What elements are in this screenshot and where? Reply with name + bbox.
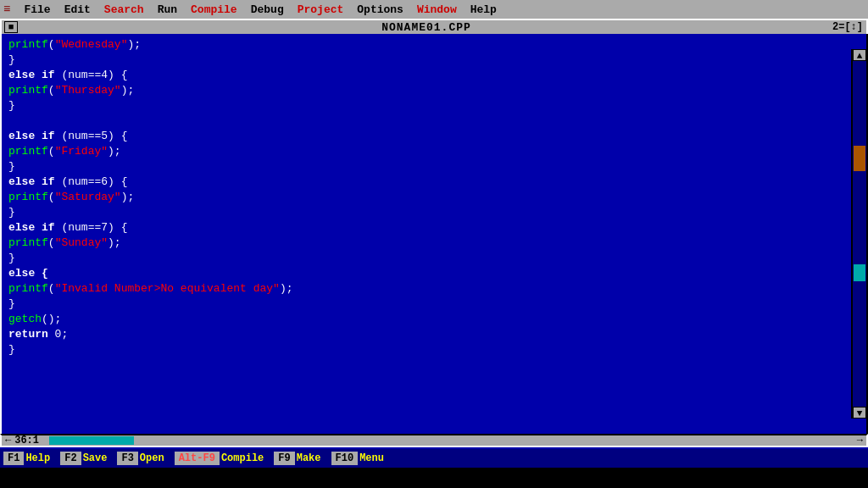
fkey-f10[interactable]: F10 xyxy=(331,452,359,465)
code-line: else if (num==5) { xyxy=(8,129,860,144)
code-line: } xyxy=(8,251,860,266)
horiz-scroll-right: → xyxy=(857,435,863,446)
fkey-altf9[interactable]: Alt-F9 xyxy=(175,452,220,465)
code-line xyxy=(8,114,860,129)
code-line: } xyxy=(8,53,860,68)
code-area[interactable]: printf("Wednesday"); } else if (num==4) … xyxy=(0,34,868,434)
scroll-thumb[interactable] xyxy=(854,146,865,171)
window-title: NONAME01.CPP xyxy=(20,21,832,34)
menu-window[interactable]: Window xyxy=(410,3,464,17)
code-line: } xyxy=(8,98,860,114)
menu-debug[interactable]: Debug xyxy=(244,3,291,17)
window-number: 2=[↕] xyxy=(832,21,863,33)
fkey-f2-label: Save xyxy=(83,452,108,464)
code-line: printf("Wednesday"); xyxy=(8,37,860,53)
title-bar: ■ NONAME01.CPP 2=[↕] xyxy=(0,19,868,34)
code-line: else if (num==6) { xyxy=(8,175,860,190)
close-button[interactable]: ■ xyxy=(4,21,18,33)
code-line: printf("Saturday"); xyxy=(8,190,860,205)
fkey-f1-label: Help xyxy=(25,452,50,464)
fkey-f3-label: Open xyxy=(140,452,164,464)
fkey-altf9-label: Compile xyxy=(221,452,264,464)
horiz-scroll-left: ← xyxy=(5,435,11,446)
menu-run[interactable]: Run xyxy=(151,3,184,17)
menubar: ≡ File Edit Search Run Compile Debug Pro… xyxy=(0,0,868,19)
editor-window: ■ NONAME01.CPP 2=[↕] printf("Wednesday")… xyxy=(0,19,868,449)
editor-bottom-bar: ← 36:1 → xyxy=(0,434,868,447)
menu-search[interactable]: Search xyxy=(97,3,151,17)
code-line: printf("Invalid Number>No equivalent day… xyxy=(8,281,860,297)
fkey-f9-label: Make xyxy=(297,452,321,464)
horizontal-scrollbar-thumb[interactable] xyxy=(49,436,134,445)
code-line: } xyxy=(8,159,860,175)
code-line: printf("Sunday"); xyxy=(8,236,860,251)
menu-help[interactable]: Help xyxy=(464,3,504,17)
code-line: printf("Thursday"); xyxy=(8,83,860,98)
cursor-line: 36:1 xyxy=(14,435,39,446)
menu-options[interactable]: Options xyxy=(350,3,410,17)
code-line: getch(); xyxy=(8,312,860,327)
fkey-f1[interactable]: F1 xyxy=(3,452,24,465)
code-line: return 0; xyxy=(8,327,860,342)
code-line: else { xyxy=(8,266,860,281)
statusbar: F1 Help F2 Save F3 Open Alt-F9 Compile F… xyxy=(0,449,868,468)
scroll-down-arrow[interactable]: ▼ xyxy=(853,407,866,419)
code-line: printf("Friday"); xyxy=(8,144,860,159)
code-line: else if (num==4) { xyxy=(8,68,860,83)
menu-edit[interactable]: Edit xyxy=(58,3,97,17)
fkey-f3[interactable]: F3 xyxy=(117,452,137,465)
menu-file[interactable]: File xyxy=(17,3,57,17)
menu-compile[interactable]: Compile xyxy=(184,3,244,17)
menu-icon: ≡ xyxy=(3,3,10,16)
code-line: else if (num==7) { xyxy=(8,220,860,236)
fkey-f9[interactable]: F9 xyxy=(274,452,294,465)
scroll-thumb-cyan[interactable] xyxy=(854,264,865,281)
code-line: } xyxy=(8,297,860,312)
vertical-scrollbar[interactable]: ▲ ▼ xyxy=(851,49,866,419)
scroll-track xyxy=(853,61,866,407)
menu-project[interactable]: Project xyxy=(291,3,351,17)
fkey-f10-label: Menu xyxy=(359,452,384,464)
fkey-f2[interactable]: F2 xyxy=(60,452,81,465)
code-line: } xyxy=(8,342,860,358)
scroll-up-arrow[interactable]: ▲ xyxy=(853,49,866,61)
code-line: } xyxy=(8,205,860,220)
